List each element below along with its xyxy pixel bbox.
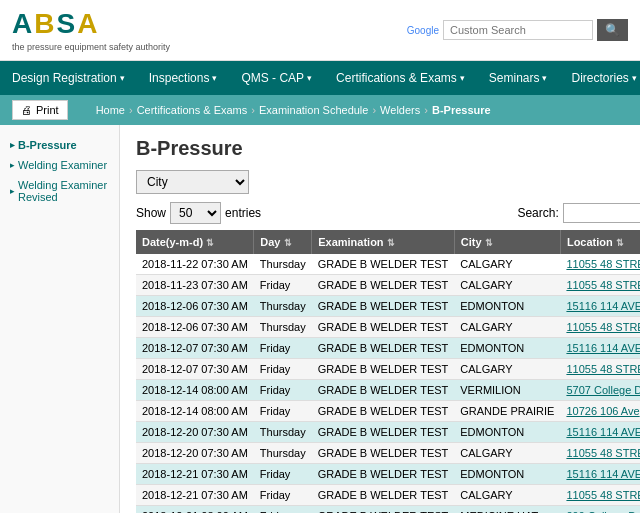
sidebar-item-welding-examiner-revised[interactable]: ▸ Welding Examiner Revised [8, 175, 111, 207]
table-controls: Show 50 10 25 100 entries Search: [136, 202, 640, 224]
cell-city: EDMONTON [454, 464, 560, 485]
search-input[interactable] [443, 20, 593, 40]
nav-seminars[interactable]: Seminars ▾ [477, 61, 560, 95]
breadcrumb-home[interactable]: Home [96, 104, 125, 116]
cell-location[interactable]: 11055 48 STREET SE [560, 359, 640, 380]
cell-day: Thursday [254, 296, 312, 317]
breadcrumb-current: B-Pressure [432, 104, 491, 116]
cell-city: CALGARY [454, 254, 560, 275]
search-area: Google 🔍 [407, 19, 628, 41]
cell-date: 2018-12-21 07:30 AM [136, 464, 254, 485]
chevron-down-icon: ▾ [460, 73, 465, 83]
nav-inspections[interactable]: Inspections ▾ [137, 61, 230, 95]
cell-city: VERMILION [454, 380, 560, 401]
col-examination[interactable]: Examination ⇅ [312, 230, 455, 254]
cell-day: Friday [254, 380, 312, 401]
cell-date: 2018-11-23 07:30 AM [136, 275, 254, 296]
cell-examination: GRADE B WELDER TEST [312, 359, 455, 380]
nav-directories[interactable]: Directories ▾ [559, 61, 640, 95]
cell-day: Friday [254, 401, 312, 422]
sidebar-item-b-pressure[interactable]: ▸ B-Pressure [8, 135, 111, 155]
table-row: 2018-12-21 07:30 AMFridayGRADE B WELDER … [136, 485, 640, 506]
search-row: Search: [517, 203, 640, 223]
cell-date: 2018-11-22 07:30 AM [136, 254, 254, 275]
cell-location[interactable]: 15116 114 AVE NW [560, 296, 640, 317]
cell-location[interactable]: 10726 106 Ave [560, 401, 640, 422]
chevron-down-icon: ▾ [120, 73, 125, 83]
nav-qms-cap[interactable]: QMS - CAP ▾ [229, 61, 324, 95]
cell-city: EDMONTON [454, 338, 560, 359]
page-title: B-Pressure [136, 137, 640, 160]
col-date[interactable]: Date(y-m-d) ⇅ [136, 230, 254, 254]
main-nav: Design Registration ▾ Inspections ▾ QMS … [0, 61, 640, 95]
col-location[interactable]: Location ⇅ [560, 230, 640, 254]
triangle-icon: ▸ [10, 140, 15, 150]
table-row: 2018-12-06 07:30 AMThursdayGRADE B WELDE… [136, 317, 640, 338]
city-filter[interactable]: City All Calgary Edmonton Grande Prairie… [136, 170, 249, 194]
entries-select[interactable]: 50 10 25 100 [170, 202, 221, 224]
sort-icon: ⇅ [387, 238, 395, 248]
sort-icon: ⇅ [485, 238, 493, 248]
search-button[interactable]: 🔍 [597, 19, 628, 41]
table-search-input[interactable] [563, 203, 640, 223]
cell-location[interactable]: 15116 114 AVE NW [560, 464, 640, 485]
print-button[interactable]: 🖨 Print [12, 100, 68, 120]
table-row: 2018-12-20 07:30 AMThursdayGRADE B WELDE… [136, 443, 640, 464]
breadcrumb-welders[interactable]: Welders [380, 104, 420, 116]
cell-date: 2018-12-20 07:30 AM [136, 422, 254, 443]
table-row: 2018-12-21 07:30 AMFridayGRADE B WELDER … [136, 464, 640, 485]
cell-city: EDMONTON [454, 422, 560, 443]
breadcrumb-exam-schedule[interactable]: Examination Schedule [259, 104, 368, 116]
cell-city: CALGARY [454, 359, 560, 380]
cell-examination: GRADE B WELDER TEST [312, 464, 455, 485]
table-row: 2018-12-06 07:30 AMThursdayGRADE B WELDE… [136, 296, 640, 317]
table-row: 2018-12-07 07:30 AMFridayGRADE B WELDER … [136, 359, 640, 380]
cell-day: Friday [254, 506, 312, 514]
cell-day: Friday [254, 485, 312, 506]
cell-location[interactable]: 11055 48 STREET SE [560, 317, 640, 338]
cell-location[interactable]: 5707 College Dr [560, 380, 640, 401]
nav-certifications[interactable]: Certifications & Exams ▾ [324, 61, 477, 95]
main-content: B-Pressure City All Calgary Edmonton Gra… [120, 125, 640, 513]
cell-day: Thursday [254, 254, 312, 275]
cell-day: Friday [254, 338, 312, 359]
filter-row: City All Calgary Edmonton Grande Prairie… [136, 170, 640, 194]
cell-date: 2018-12-21 07:30 AM [136, 485, 254, 506]
cell-location[interactable]: 11055 48 STREET SE [560, 443, 640, 464]
cell-date: 2018-12-21 08:00 AM [136, 506, 254, 514]
cell-examination: GRADE B WELDER TEST [312, 380, 455, 401]
cell-day: Thursday [254, 443, 312, 464]
sort-icon: ⇅ [284, 238, 292, 248]
sidebar-item-welding-examiner[interactable]: ▸ Welding Examiner [8, 155, 111, 175]
table-row: 2018-12-07 07:30 AMFridayGRADE B WELDER … [136, 338, 640, 359]
cell-date: 2018-12-07 07:30 AM [136, 338, 254, 359]
col-city[interactable]: City ⇅ [454, 230, 560, 254]
table-row: 2018-12-21 08:00 AMFridayGRADE B WELDER … [136, 506, 640, 514]
nav-design-registration[interactable]: Design Registration ▾ [0, 61, 137, 95]
cell-examination: GRADE B WELDER TEST [312, 506, 455, 514]
cell-examination: GRADE B WELDER TEST [312, 317, 455, 338]
cell-examination: GRADE B WELDER TEST [312, 485, 455, 506]
cell-location[interactable]: 11055 48 STREET SE [560, 485, 640, 506]
cell-date: 2018-12-14 08:00 AM [136, 380, 254, 401]
cell-examination: GRADE B WELDER TEST [312, 296, 455, 317]
col-day[interactable]: Day ⇅ [254, 230, 312, 254]
chevron-down-icon: ▾ [542, 73, 547, 83]
triangle-icon: ▸ [10, 160, 15, 170]
top-header: ABSA the pressure equipment safety autho… [0, 0, 640, 61]
cell-location[interactable]: 299 College Dr [560, 506, 640, 514]
triangle-icon: ▸ [10, 186, 15, 196]
table-row: 2018-12-14 08:00 AMFridayGRADE B WELDER … [136, 401, 640, 422]
cell-location[interactable]: 11055 48 STREET SE [560, 275, 640, 296]
content-wrap: ▸ B-Pressure ▸ Welding Examiner ▸ Weldin… [0, 125, 640, 513]
logo: ABSA [12, 8, 170, 40]
cell-day: Friday [254, 464, 312, 485]
table-row: 2018-12-14 08:00 AMFridayGRADE B WELDER … [136, 380, 640, 401]
logo-tagline: the pressure equipment safety authority [12, 42, 170, 52]
table-row: 2018-11-23 07:30 AMFridayGRADE B WELDER … [136, 275, 640, 296]
cell-location[interactable]: 15116 114 AVE NW [560, 338, 640, 359]
cell-location[interactable]: 11055 48 STREET SE [560, 254, 640, 275]
cell-location[interactable]: 15116 114 AVE NW [560, 422, 640, 443]
breadcrumb-certs[interactable]: Certifications & Exams [137, 104, 248, 116]
chevron-down-icon: ▾ [307, 73, 312, 83]
